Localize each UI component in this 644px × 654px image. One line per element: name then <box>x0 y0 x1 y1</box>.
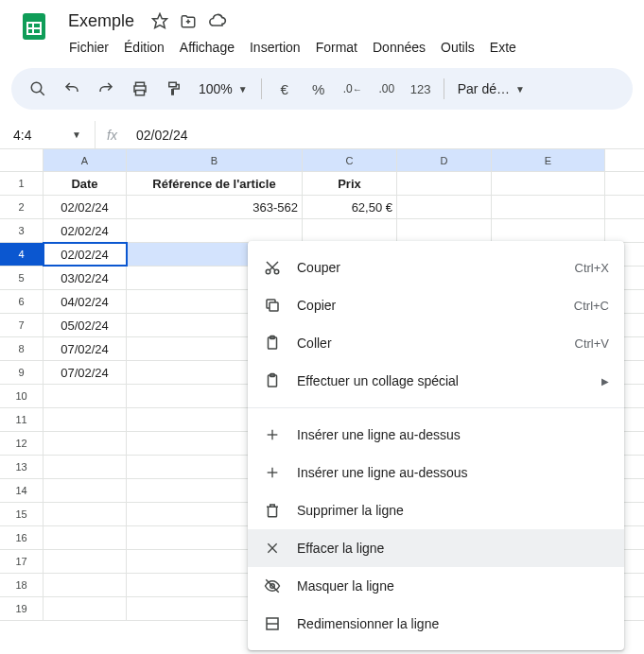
cell[interactable]: 04/02/24 <box>44 290 127 313</box>
menu-fichier[interactable]: Fichier <box>62 36 115 59</box>
cell[interactable]: 363-562 <box>127 196 303 218</box>
percent-icon[interactable]: % <box>304 74 334 104</box>
menu-insertion[interactable]: Insertion <box>243 36 307 59</box>
cell[interactable] <box>44 408 127 431</box>
cell[interactable]: 03/02/24 <box>44 267 127 289</box>
col-header-D[interactable]: D <box>397 149 492 171</box>
row-header[interactable]: 19 <box>0 597 44 620</box>
hide-icon <box>263 577 282 594</box>
ctx-clear-row[interactable]: Effacer la ligne <box>248 529 624 567</box>
row-header[interactable]: 4 <box>0 243 44 266</box>
menu-affichage[interactable]: Affichage <box>173 36 241 59</box>
cell[interactable]: 62,50 € <box>303 196 397 218</box>
undo-icon[interactable] <box>57 74 87 104</box>
search-icon[interactable] <box>23 74 53 104</box>
table-row[interactable]: 202/02/24363-56262,50 € <box>0 196 644 219</box>
ctx-delete-row[interactable]: Supprimer la ligne <box>248 491 624 529</box>
row-header[interactable]: 17 <box>0 550 44 573</box>
cell[interactable] <box>44 526 127 549</box>
cell[interactable]: 02/02/24 <box>44 243 127 266</box>
row-header[interactable]: 9 <box>0 361 44 384</box>
print-icon[interactable] <box>125 74 155 104</box>
document-title[interactable]: Exemple <box>62 9 140 33</box>
ctx-insert-below[interactable]: Insérer une ligne au-dessous <box>248 454 624 491</box>
row-header[interactable]: 13 <box>0 456 44 478</box>
cell[interactable] <box>44 503 127 525</box>
row-header[interactable]: 6 <box>0 290 44 313</box>
redo-icon[interactable] <box>91 74 121 104</box>
row-header[interactable]: 7 <box>0 314 44 336</box>
menu-edition[interactable]: Édition <box>117 36 171 59</box>
row-header[interactable]: 1 <box>0 172 44 195</box>
menu-extensions[interactable]: Exte <box>483 36 523 59</box>
cell[interactable]: 07/02/24 <box>44 337 127 360</box>
ctx-resize-row[interactable]: Redimensionner la ligne <box>248 605 624 643</box>
cloud-icon[interactable] <box>208 11 227 30</box>
cell[interactable] <box>492 196 605 218</box>
cell[interactable] <box>44 574 127 596</box>
more-formats-icon[interactable]: 123 <box>406 74 436 104</box>
zoom-dropdown[interactable]: 100%▼ <box>193 81 253 96</box>
sheets-logo[interactable] <box>15 8 53 45</box>
svg-point-5 <box>31 82 42 93</box>
paint-format-icon[interactable] <box>159 74 189 104</box>
row-header[interactable]: 11 <box>0 408 44 431</box>
row-header[interactable]: 10 <box>0 385 44 407</box>
cell[interactable] <box>44 456 127 478</box>
cell[interactable] <box>44 385 127 407</box>
col-header-C[interactable]: C <box>303 149 397 171</box>
cell[interactable]: 05/02/24 <box>44 314 127 336</box>
menu-donnees[interactable]: Données <box>366 36 432 59</box>
decrease-decimal-icon[interactable]: .0← <box>338 74 368 104</box>
row-header[interactable]: 5 <box>0 267 44 289</box>
row-header[interactable]: 14 <box>0 479 44 502</box>
cell[interactable]: 02/02/24 <box>44 219 127 242</box>
cell[interactable] <box>397 196 492 218</box>
col-header-A[interactable]: A <box>44 149 127 171</box>
ctx-hide-row[interactable]: Masquer la ligne <box>248 567 624 605</box>
cell[interactable]: Prix <box>303 172 397 195</box>
ctx-insert-above[interactable]: Insérer une ligne au-dessus <box>248 416 624 454</box>
row-header[interactable]: 12 <box>0 432 44 455</box>
table-row[interactable]: 1DateRéférence de l'articlePrix <box>0 172 644 196</box>
currency-icon[interactable]: € <box>270 74 300 104</box>
formula-bar[interactable]: 02/02/24 <box>129 128 188 143</box>
ctx-paste-special[interactable]: Effectuer un collage spécial ▶ <box>248 362 624 400</box>
col-header-E[interactable]: E <box>492 149 605 171</box>
row-header[interactable]: 3 <box>0 219 44 242</box>
ctx-cut[interactable]: Couper Ctrl+X <box>248 249 624 286</box>
cell[interactable] <box>492 172 605 195</box>
cell[interactable]: 07/02/24 <box>44 361 127 384</box>
move-icon[interactable] <box>180 12 197 29</box>
menu-outils[interactable]: Outils <box>434 36 481 59</box>
row-header[interactable]: 2 <box>0 196 44 218</box>
row-header[interactable]: 15 <box>0 503 44 525</box>
cell[interactable] <box>397 219 492 242</box>
increase-decimal-icon[interactable]: .00 <box>372 74 402 104</box>
ctx-paste[interactable]: Coller Ctrl+V <box>248 324 624 362</box>
col-header-B[interactable]: B <box>127 149 303 171</box>
ctx-copy[interactable]: Copier Ctrl+C <box>248 286 624 324</box>
cell[interactable] <box>44 479 127 502</box>
row-header[interactable]: 8 <box>0 337 44 360</box>
cell[interactable] <box>44 597 127 620</box>
cell[interactable]: Date <box>44 172 127 195</box>
cell[interactable] <box>492 219 605 242</box>
row-header[interactable]: 18 <box>0 574 44 596</box>
row-header[interactable]: 16 <box>0 526 44 549</box>
cell[interactable]: Référence de l'article <box>127 172 303 195</box>
star-icon[interactable] <box>151 12 168 29</box>
font-dropdown[interactable]: Par dé…▼ <box>452 81 531 96</box>
cell[interactable] <box>303 219 397 242</box>
cell[interactable] <box>397 172 492 195</box>
svg-rect-14 <box>270 302 278 311</box>
select-all-corner[interactable] <box>0 149 44 171</box>
name-box[interactable]: 4:4▼ <box>0 128 95 143</box>
cell[interactable] <box>127 219 303 242</box>
svg-rect-8 <box>136 91 145 95</box>
cell[interactable] <box>44 550 127 573</box>
cell[interactable] <box>44 432 127 455</box>
menu-format[interactable]: Format <box>309 36 364 59</box>
table-row[interactable]: 302/02/24 <box>0 219 644 243</box>
cell[interactable]: 02/02/24 <box>44 196 127 218</box>
